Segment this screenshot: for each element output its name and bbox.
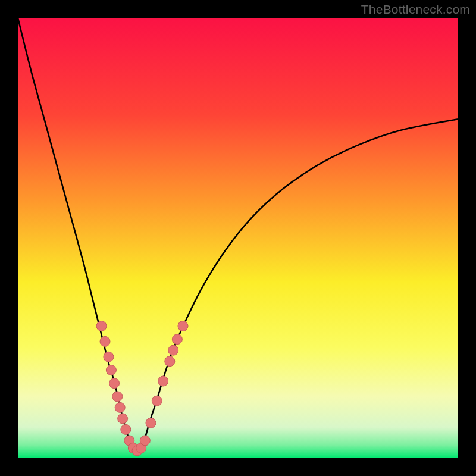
watermark-text: TheBottleneck.com — [361, 2, 470, 17]
data-dot — [140, 436, 150, 446]
data-dot — [109, 378, 120, 389]
data-dot — [172, 334, 182, 345]
data-dot — [152, 396, 162, 406]
data-dot — [178, 321, 188, 331]
data-dot — [158, 376, 168, 386]
data-dot — [146, 418, 156, 428]
data-dot — [112, 392, 123, 402]
data-dot — [121, 424, 131, 434]
plot-background — [18, 18, 458, 458]
data-dot — [104, 352, 114, 362]
bottleneck-plot — [18, 18, 458, 458]
data-dot — [118, 414, 128, 424]
data-dot — [106, 365, 116, 375]
data-dot — [168, 345, 178, 355]
data-dot — [115, 402, 125, 412]
data-dot — [96, 321, 107, 331]
data-dot — [165, 356, 175, 367]
chart-frame: TheBottleneck.com — [0, 0, 476, 476]
data-dot — [100, 336, 110, 346]
